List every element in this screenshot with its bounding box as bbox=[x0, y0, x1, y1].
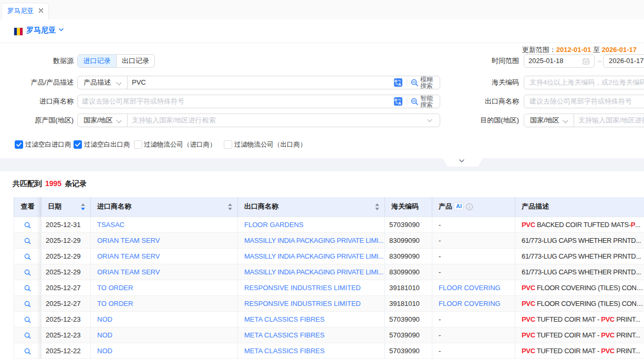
svg-text:中: 中 bbox=[394, 79, 398, 83]
svg-text:中: 中 bbox=[394, 98, 398, 102]
svg-text:A: A bbox=[398, 82, 401, 87]
svg-text:A: A bbox=[398, 101, 401, 106]
